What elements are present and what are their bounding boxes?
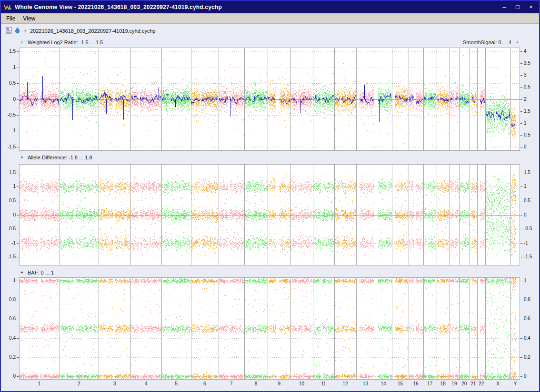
axis-tick-label: 0.6 (524, 316, 540, 321)
axis-tick-label: 3.5 (524, 61, 540, 66)
axis-tick-mark (17, 338, 19, 339)
titlebar[interactable]: Whole Genome View - 20221026_143618_003_… (1, 1, 539, 13)
axis-tick-mark (17, 300, 19, 300)
sample-pin-icon[interactable] (15, 27, 20, 35)
chromosome-label: 21 (470, 381, 476, 386)
axis-tick-label: 1 (1, 65, 16, 70)
axis-tick-label: 0 (524, 374, 540, 379)
chromosome-label: 16 (413, 381, 419, 386)
male-symbol: ♂ (23, 28, 27, 34)
axis-tick-mark (520, 215, 522, 216)
axis-tick-mark (520, 376, 522, 377)
chromosome-label: 15 (398, 381, 403, 386)
weighted-log2-ratio-plot[interactable] (19, 48, 520, 151)
close-button[interactable]: × (527, 1, 535, 13)
axis-tick-label: 1 (1, 184, 16, 189)
axis-tick-mark (520, 75, 522, 76)
chromosome-label: 18 (440, 381, 446, 386)
axis-tick-label: 0.5 (1, 81, 16, 86)
sample-row: ♂ 20221026_143618_003_20220927-41019.cyh… (6, 27, 156, 35)
axis-tick-mark (17, 281, 19, 281)
axis-tick-label: 1.5 (524, 170, 540, 175)
axis-tick-label: 1 (524, 121, 540, 126)
menu-view[interactable]: View (19, 14, 39, 23)
chromosome-label: 7 (230, 381, 233, 386)
axis-tick-label: 0.2 (1, 355, 16, 360)
axis-tick-mark (17, 99, 19, 100)
axis-tick-label: 3 (524, 73, 540, 78)
axis-tick-label: 0.4 (524, 336, 540, 341)
chromosome-label: 13 (363, 381, 368, 386)
axis-tick-mark (17, 51, 19, 52)
chromosome-label: 1 (38, 381, 41, 386)
minimize-button[interactable]: – (500, 1, 509, 13)
axis-tick-label: 0.6 (1, 316, 16, 321)
chromosome-label: 2 (78, 381, 80, 386)
axis-tick-mark (520, 135, 522, 136)
axis-tick-label: -1.5 (524, 255, 540, 259)
window-title: Whole Genome View - 20221026_143618_003_… (15, 4, 222, 10)
chromosome-label: Y (514, 381, 517, 386)
axis-tick-mark (17, 147, 19, 147)
axis-tick-mark (520, 357, 522, 358)
chromosome-label: 3 (113, 381, 116, 386)
chromosome-label: 22 (479, 381, 484, 386)
axis-tick-mark (17, 243, 19, 244)
chromosome-label: 9 (278, 381, 281, 386)
app-icon (4, 4, 11, 10)
track-header-allele-difference: + Allele Difference: -1.8 ... 1.8 (19, 154, 520, 161)
axis-tick-mark (520, 87, 522, 88)
expand-log2-button[interactable]: + (20, 39, 24, 45)
axis-tick-label: -0.5 (1, 113, 16, 118)
axis-tick-label: 1 (524, 278, 540, 283)
axis-tick-label: -0.5 (1, 226, 16, 231)
sample-filename: 20221026_143618_003_20220927-41019.cyhd.… (30, 28, 156, 34)
axis-tick-mark (520, 123, 522, 124)
axis-tick-mark (17, 186, 19, 187)
document-icon[interactable] (6, 27, 12, 35)
expand-smoothsignal-button[interactable]: + (515, 39, 519, 45)
baf-plot[interactable] (19, 277, 520, 380)
axis-tick-label: 0 (524, 145, 540, 149)
axis-tick-mark (17, 229, 19, 229)
axis-tick-mark (520, 63, 522, 64)
chromosome-label: 20 (461, 381, 467, 386)
axis-tick-label: -1.5 (1, 145, 16, 149)
track-title-log2: Weighted Log2 Ratio: -1.5 ... 1.5 (28, 39, 103, 45)
axis-tick-mark (520, 201, 522, 201)
axis-tick-label: 0 (1, 374, 16, 379)
chromosome-label: X (496, 381, 500, 386)
chromosome-label: 10 (299, 381, 304, 386)
axis-tick-label: 1.5 (524, 109, 540, 114)
expand-baf-button[interactable]: + (20, 270, 24, 275)
chromosome-label: 5 (175, 381, 178, 386)
axis-tick-mark (520, 173, 522, 173)
axis-tick-mark (520, 147, 522, 147)
axis-tick-mark (17, 201, 19, 201)
main-content: ♂ 20221026_143618_003_20220927-41019.cyh… (1, 24, 539, 391)
axis-tick-label: 0.2 (524, 355, 540, 360)
chromosome-label: 14 (381, 381, 386, 386)
axis-tick-label: 1.5 (1, 49, 16, 54)
axis-tick-mark (520, 281, 522, 281)
maximize-button[interactable]: □ (513, 1, 522, 13)
axis-tick-label: 0.4 (1, 336, 16, 341)
axis-tick-label: 0.5 (524, 198, 540, 203)
axis-tick-label: 0.8 (524, 297, 540, 302)
axis-tick-label: 0 (1, 213, 16, 217)
menu-file[interactable]: File (2, 14, 19, 23)
axis-tick-mark (17, 173, 19, 173)
axis-tick-mark (17, 215, 19, 216)
axis-tick-mark (520, 186, 522, 187)
axis-tick-mark (17, 357, 19, 358)
axis-tick-label: 0.5 (524, 133, 540, 137)
axis-tick-label: -1 (1, 241, 16, 245)
axis-tick-label: 0 (524, 213, 540, 217)
axis-tick-mark (17, 376, 19, 377)
chromosome-label: 8 (255, 381, 258, 386)
axis-tick-mark (17, 115, 19, 116)
window-controls: – □ × (500, 1, 535, 13)
allele-difference-plot[interactable] (19, 164, 520, 265)
expand-allele-difference-button[interactable]: + (20, 155, 24, 160)
axis-tick-mark (17, 257, 19, 257)
